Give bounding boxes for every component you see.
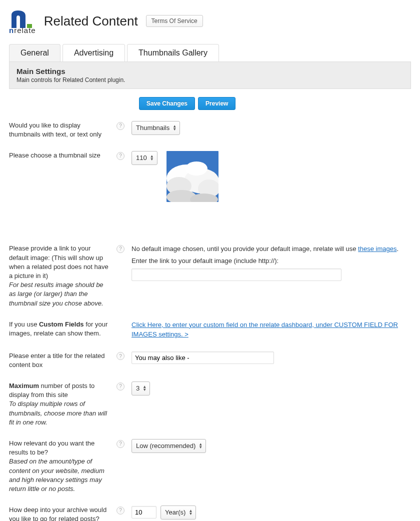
label-default-image: Please provide a link to your default im… <box>9 244 116 308</box>
max-posts-select[interactable]: 3 ▲▼ <box>132 382 150 396</box>
help-icon[interactable]: ? <box>116 122 124 130</box>
row-thumbnail-size: Please choose a thumbnail size ? 110 ▲▼ <box>9 145 411 208</box>
label-max-posts: Maximum number of posts to display from … <box>9 382 116 427</box>
archive-depth-input[interactable] <box>132 506 156 518</box>
page-title: Related Content <box>44 14 138 29</box>
row-custom-fields: If you use Custom Fields for your images… <box>9 314 411 346</box>
help-icon[interactable]: ? <box>116 440 124 448</box>
section-header: Main Settings Main controls for Related … <box>9 62 411 89</box>
terms-of-service-button[interactable]: Terms Of Service <box>146 15 203 27</box>
default-image-input-label: Enter the link to your default image (in… <box>132 256 411 266</box>
help-icon[interactable]: ? <box>116 506 124 514</box>
save-button[interactable]: Save Changes <box>139 97 195 110</box>
preview-button[interactable]: Preview <box>198 97 236 110</box>
relevancy-value: Low (recommended) <box>136 441 196 451</box>
select-arrows-icon: ▲▼ <box>188 510 192 516</box>
action-buttons: Save Changes Preview <box>9 89 411 115</box>
tabs: General Advertising Thumbnails Gallery <box>9 44 411 62</box>
label-title-box: Please enter a title for the related con… <box>9 352 116 370</box>
label-thumbnail-size: Please choose a thumbnail size <box>9 151 116 160</box>
display-mode-value: Thumbnails <box>136 123 170 133</box>
archive-unit-select[interactable]: Year(s) ▲▼ <box>160 506 196 520</box>
select-arrows-icon: ▲▼ <box>198 443 202 449</box>
tab-general[interactable]: General <box>9 44 60 62</box>
row-default-image: Please provide a link to your default im… <box>9 238 411 314</box>
select-arrows-icon: ▲▼ <box>172 125 176 131</box>
select-arrows-icon: ▲▼ <box>150 155 154 161</box>
logo: nrelate <box>9 8 36 34</box>
max-posts-value: 3 <box>136 384 140 394</box>
display-mode-select[interactable]: Thumbnails ▲▼ <box>132 121 180 135</box>
help-icon[interactable]: ? <box>116 245 124 253</box>
select-arrows-icon: ▲▼ <box>142 386 146 392</box>
tab-advertising[interactable]: Advertising <box>62 44 125 62</box>
row-display-thumbnails: Would you like to display thumbnails wit… <box>9 115 411 145</box>
page-header: nrelate Related Content Terms Of Service <box>9 5 411 39</box>
thumbnail-size-value: 110 <box>136 153 147 163</box>
title-box-input[interactable] <box>132 352 274 364</box>
default-image-description: No default image chosen, until you provi… <box>132 244 411 254</box>
thumbnail-size-select[interactable]: 110 ▲▼ <box>132 151 158 165</box>
these-images-link[interactable]: these images <box>358 245 396 252</box>
tab-thumbnails-gallery[interactable]: Thumbnails Gallery <box>127 44 219 62</box>
thumbnail-preview-image <box>166 151 218 202</box>
help-icon[interactable]: ? <box>116 152 124 160</box>
row-max-posts: Maximum number of posts to display from … <box>9 376 411 433</box>
archive-unit-value: Year(s) <box>165 508 186 518</box>
row-archive-depth: How deep into your archive would you lik… <box>9 500 411 521</box>
row-title-box: Please enter a title for the related con… <box>9 346 411 376</box>
section-subtitle: Main controls for Related Content plugin… <box>16 76 404 84</box>
svg-point-5 <box>186 162 208 176</box>
label-archive-depth: How deep into your archive would you lik… <box>9 506 116 521</box>
default-image-input[interactable] <box>132 268 342 281</box>
relevancy-select[interactable]: Low (recommended) ▲▼ <box>132 439 206 453</box>
help-icon[interactable]: ? <box>116 382 124 390</box>
label-custom-fields: If you use Custom Fields for your images… <box>9 320 116 338</box>
label-relevancy: How relevant do you want the results to … <box>9 439 116 494</box>
label-display-thumbnails: Would you like to display thumbnails wit… <box>9 121 116 139</box>
row-relevancy: How relevant do you want the results to … <box>9 433 411 500</box>
help-icon[interactable]: ? <box>116 352 124 360</box>
custom-fields-link[interactable]: Click Here, to enter your custom field o… <box>132 321 398 338</box>
section-title: Main Settings <box>16 67 404 76</box>
